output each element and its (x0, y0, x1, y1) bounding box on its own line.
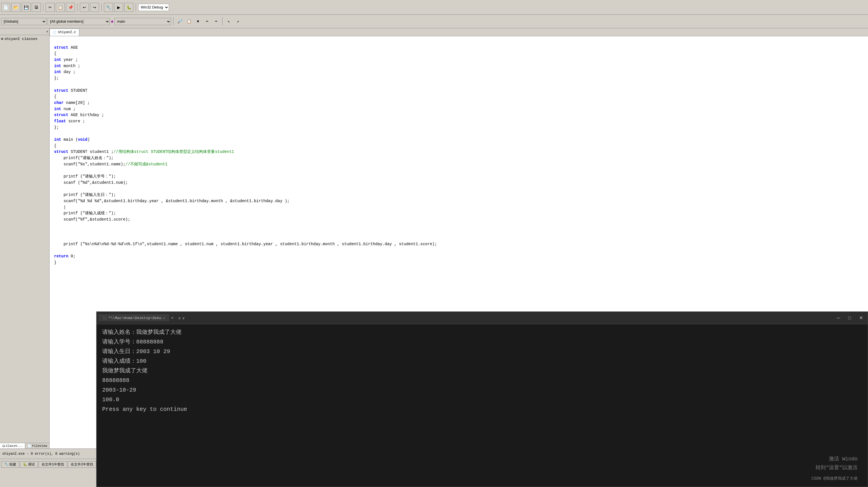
code-line: scanf ("%d",&student1.num); (54, 180, 864, 186)
code-line: { (54, 51, 864, 57)
debug-btn[interactable]: 🐛 (124, 3, 133, 12)
nav-icon-5[interactable]: ➡ (212, 18, 220, 26)
code-line (54, 38, 864, 45)
new-file-btn[interactable]: 📄 (1, 3, 10, 12)
console-minimize-btn[interactable]: ─ (834, 314, 843, 322)
editor-tab-shiyan2[interactable]: 📄 shiyan2.c (50, 29, 79, 36)
console-output-line: 我做梦我成了大佬 (102, 366, 862, 376)
open-btn[interactable]: 📂 (11, 3, 20, 12)
sep3 (101, 3, 102, 11)
watermark-line1: 激活 Windo (816, 455, 858, 463)
code-line: printf ("请输入成绩："); (54, 210, 864, 217)
sep1 (43, 3, 43, 11)
console-tab-close[interactable]: ✕ (163, 316, 165, 320)
globals-combo[interactable]: [Globals] (1, 18, 46, 25)
save-btn[interactable]: 💾 (22, 3, 31, 12)
save-all-btn[interactable]: 🖫 (32, 3, 41, 12)
editor-tab-bar: 📄 shiyan2.c (50, 28, 868, 36)
console-maximize-btn[interactable]: □ (845, 314, 854, 322)
code-line: printf ("%s\n%d\n%d-%d-%d\n%.1f\n",stude… (54, 241, 864, 247)
find2-label: 在文件2中查找 (71, 462, 93, 467)
code-line: struct AGE birthday ; (54, 112, 864, 118)
class-view-tab[interactable]: 🗂 ClassV... (0, 443, 25, 449)
sep5 (173, 18, 174, 26)
nav-icon-3[interactable]: ✖ (194, 18, 202, 26)
config-combo[interactable]: Win32 Debug (138, 4, 169, 11)
code-line (54, 247, 864, 253)
undo-btn[interactable]: ↩ (80, 3, 89, 12)
file-view-icon: 📄 (27, 444, 31, 448)
code-line: }; (54, 75, 864, 82)
console-output-line: 请输入学号：88888888 (102, 337, 862, 347)
bottom-tab-find1[interactable]: 在文件1中查找 (38, 461, 67, 468)
sep2 (77, 3, 78, 11)
status-text: shiyan2.exe - 0 error(s), 0 warning(s) (2, 452, 80, 456)
back-nav[interactable]: ↖ (225, 18, 233, 26)
nav-icon-4[interactable]: ⬅ (203, 18, 211, 26)
console-output-line: 请输入姓名：我做梦我成了大佬 (102, 328, 862, 337)
nav-icon-1[interactable]: 🔎 (176, 18, 184, 26)
code-line: struct STUDENT (54, 88, 864, 94)
console-tab-icon: ⬛ (102, 316, 107, 320)
compile-btn[interactable]: 🔧 (104, 3, 113, 12)
watermark-activate: 激活 Windo 转到"设置"以激活 (816, 455, 858, 472)
code-line: | (54, 205, 864, 211)
code-line: char name[20] ; (54, 100, 864, 106)
bottom-tab-find2[interactable]: 在文件2中查找 (68, 461, 96, 468)
console-nav-prev[interactable]: ∧ (178, 316, 181, 320)
build-label: 组建 (9, 462, 16, 467)
console-body: 请输入姓名：我做梦我成了大佬请输入学号：88888888请输入生日：2003 1… (97, 324, 868, 487)
members-combo[interactable]: [All global members] (48, 18, 110, 25)
code-line: scanf("%d %d %d",&student1.birthday.year… (54, 198, 864, 205)
file-tab-label: shiyan2.c (58, 30, 76, 34)
console-add-tab[interactable]: + (169, 315, 176, 321)
build-icon: 🔧 (4, 462, 8, 467)
fwd-nav[interactable]: ↗ (234, 18, 242, 26)
paste-btn[interactable]: 📌 (66, 3, 75, 12)
code-line: printf("请输入姓名："); (54, 155, 864, 161)
code-line: int month ; (54, 63, 864, 69)
code-container: struct AGE{ int year ; int month ; int d… (54, 38, 864, 266)
bottom-tab-debug[interactable]: 🐛 调试 (20, 461, 38, 468)
console-nav-next[interactable]: ∨ (182, 316, 185, 320)
code-line: int day ; (54, 69, 864, 75)
code-line: scanf("%s",student1.name);//不能写成&student… (54, 161, 864, 168)
class-tree: ⊞ shiyan2 classes (0, 35, 49, 443)
cut-btn[interactable]: ✂ (45, 3, 55, 12)
redo-btn[interactable]: ↪ (90, 3, 99, 12)
panel-tabs: 🗂 ClassV... 📄 FileView (0, 443, 49, 449)
code-line: struct STUDENT student1 ;//用结构体struct ST… (54, 149, 864, 155)
tree-item-shiyan2[interactable]: ⊞ shiyan2 classes (1, 36, 48, 41)
run-btn[interactable]: ▶ (114, 3, 123, 12)
code-line: printf ("请输入生日："); (54, 192, 864, 198)
find1-label: 在文件1中查找 (42, 462, 64, 467)
toolbar2: [Globals] [All global members] ◆ main 🔎 … (0, 15, 868, 28)
code-line: }; (54, 125, 864, 131)
code-line (54, 168, 864, 174)
diamond-icon: ◆ (111, 19, 113, 24)
console-window: ⬛ "\\Mac\Home\Desktop\Debu ✕ + ∧ ∨ ─ □ ✕… (96, 311, 868, 487)
console-win-controls: ─ □ ✕ (834, 314, 865, 322)
code-line: struct AGE (54, 45, 864, 51)
console-lines: 请输入姓名：我做梦我成了大佬请输入学号：88888888请输入生日：2003 1… (102, 328, 862, 453)
watermark-csdn: CSDN @我做梦我成了大佬 (812, 476, 858, 481)
copy-btn[interactable]: 📋 (56, 3, 65, 12)
main-func-combo[interactable]: main (114, 18, 171, 25)
console-titlebar: ⬛ "\\Mac\Home\Desktop\Debu ✕ + ∧ ∨ ─ □ ✕ (97, 312, 868, 324)
console-output-line: 100.0 (102, 395, 862, 405)
code-line (54, 186, 864, 192)
code-line: { (54, 94, 864, 100)
debug-icon: 🐛 (23, 462, 27, 467)
file-view-tab[interactable]: 📄 FileView (25, 443, 50, 449)
class-view-label: ClassV... (6, 444, 23, 448)
left-panel-close[interactable]: ✕ (46, 30, 48, 33)
console-close-btn[interactable]: ✕ (857, 314, 865, 322)
console-output-line: 请输入成绩：100 (102, 357, 862, 366)
code-line: { (54, 143, 864, 149)
class-view-icon: 🗂 (2, 444, 5, 448)
bottom-tab-build[interactable]: 🔧 组建 (1, 461, 19, 468)
nav-icon-2[interactable]: 📋 (185, 18, 193, 26)
code-line (54, 235, 864, 241)
console-output-line: 2003-10-29 (102, 385, 862, 395)
console-tab[interactable]: ⬛ "\\Mac\Home\Desktop\Debu ✕ (99, 314, 169, 322)
